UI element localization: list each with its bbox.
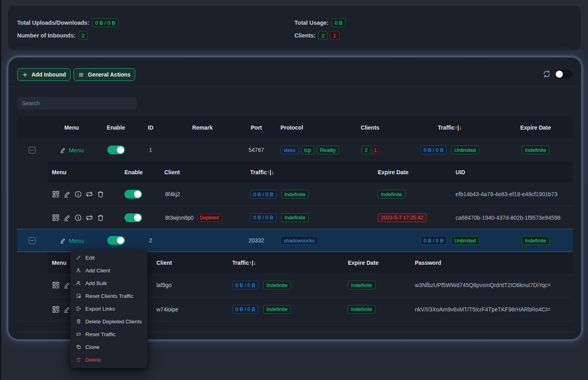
inbound-context-menu: Edit Add Client Add Bulk Reset Clients T… — [70, 249, 148, 368]
delete-icon — [76, 357, 81, 362]
expire-tag: Indefinite — [378, 190, 405, 199]
qr-code-icon[interactable] — [52, 190, 60, 198]
clients-deactive-badge: 1 — [330, 31, 339, 40]
clients-table-header: Menu Enable Client Traffic↑|↓ Expire Dat… — [47, 161, 572, 183]
collapse-row-button[interactable] — [29, 147, 36, 154]
menu-item-export-links[interactable]: Export Links — [70, 302, 148, 315]
stat-total-usage: Total Usage: 0 B — [294, 18, 572, 27]
traffic-tag: 0 B / 0 B — [232, 305, 258, 314]
header-client: Client — [160, 169, 245, 175]
client-enable-toggle[interactable] — [124, 190, 142, 199]
menu-bars-icon — [78, 72, 84, 78]
stat-label: Total Uploads/Downloads: — [17, 20, 89, 26]
card-header: Add Inbound General Actions — [8, 57, 581, 87]
menu-item-reset-traffic[interactable]: Reset Traffic — [70, 328, 148, 341]
header-menu: Menu — [47, 124, 96, 131]
export-links-icon — [76, 306, 81, 311]
client-uid: efb14b43-4a79-4e83-ef18-e48cf1901b73 — [451, 191, 572, 197]
menu-item-clone[interactable]: Clone — [70, 341, 148, 353]
edit-client-icon[interactable] — [63, 190, 71, 198]
header-traffic[interactable]: Traffic↑|↓ — [401, 124, 499, 131]
menu-item-edit[interactable]: Edit — [70, 251, 148, 264]
delete-depleted-clients-icon — [76, 319, 81, 324]
inbound-id: 2 — [136, 237, 166, 244]
inbound-1-clients-table: Menu Enable Client Traffic↑|↓ Expire Dat… — [47, 161, 572, 229]
menu-item-add-client[interactable]: Add Client — [70, 264, 148, 277]
inbound-menu-link[interactable]: Menu — [59, 147, 84, 154]
client-row-8t3wjnn8p0: 8t3wjnn8p0 Depleted 0 B / 0 B Indefinite… — [47, 206, 572, 229]
general-actions-label: General Actions — [88, 71, 130, 78]
expire-tag: Indefinite — [348, 305, 375, 314]
inbound-port: 54767 — [239, 147, 273, 153]
traffic-limit-tag: Indefinite — [263, 281, 291, 289]
add-inbound-button[interactable]: Add Inbound — [17, 68, 71, 81]
edit-client-icon[interactable] — [63, 305, 71, 313]
edit-client-icon[interactable] — [63, 281, 71, 289]
reset-traffic-icon — [76, 331, 81, 337]
depleted-tag: Depleted — [197, 214, 222, 222]
client-name: laf9go — [152, 282, 227, 288]
inbound-menu-link[interactable]: Menu — [59, 237, 84, 244]
client-password: w3NfbzUPf5WWd745Q8pvsmQrdrttT2IO6knuI7Di… — [410, 282, 572, 288]
reset-clients-traffic-icon — [76, 293, 81, 299]
qr-code-icon[interactable] — [52, 305, 60, 313]
plus-icon — [22, 72, 28, 78]
traffic-limit-tag: Indefinite — [263, 305, 291, 314]
menu-item-label: Reset Clients Traffic — [85, 293, 134, 299]
info-icon[interactable] — [74, 190, 82, 198]
add-client-icon — [76, 268, 81, 273]
toggle-knob — [117, 146, 124, 154]
edit-icon — [76, 255, 81, 260]
menu-item-label: Delete Depleted Clients — [85, 319, 142, 325]
traffic-limit-tag: Unlimited — [451, 236, 479, 245]
edit-pencil-icon — [59, 147, 66, 154]
header-protocol: Protocol — [273, 124, 339, 131]
stats-card: Total Uploads/Downloads: 0 B / 0 B Numbe… — [8, 6, 581, 50]
header-traffic[interactable]: Traffic↑|↓ — [227, 260, 343, 266]
menu-item-delete[interactable]: Delete — [70, 353, 148, 366]
header-uid: UID — [451, 169, 572, 175]
menu-item-label: Add Client — [85, 268, 110, 274]
delete-client-icon[interactable] — [97, 214, 105, 222]
delete-client-icon[interactable] — [97, 190, 105, 198]
stat-clients: Clients: 2 1 — [294, 31, 572, 40]
collapse-row-button[interactable] — [29, 237, 36, 244]
menu-item-label: Add Bulk — [85, 280, 107, 286]
clients-deactive-tag: 1 — [373, 146, 379, 154]
menu-item-delete-depleted-clients[interactable]: Delete Depleted Clients — [70, 315, 148, 328]
client-enable-toggle[interactable] — [124, 213, 142, 222]
clients-active-tag: 2 — [361, 146, 371, 154]
general-actions-button[interactable]: General Actions — [73, 68, 135, 81]
menu-item-reset-clients-traffic[interactable]: Reset Clients Traffic — [70, 289, 148, 302]
toggle-knob — [134, 191, 141, 198]
toggle-knob — [134, 214, 141, 221]
expire-tag: Indefinite — [348, 281, 375, 289]
toggle-knob — [117, 237, 124, 244]
qr-code-icon[interactable] — [52, 214, 60, 222]
info-icon[interactable] — [74, 214, 82, 222]
menu-item-add-bulk[interactable]: Add Bulk — [70, 277, 148, 289]
reset-traffic-icon[interactable] — [85, 214, 93, 222]
auto-refresh-toggle[interactable] — [555, 70, 572, 79]
qr-code-icon[interactable] — [52, 281, 60, 289]
client-name: 8f4kj2 — [160, 191, 245, 197]
header-traffic[interactable]: Traffic↑|↓ — [245, 169, 373, 175]
client-row-8f4kj2: 8f4kj2 0 B / 0 B Indefinite Indefinite e… — [47, 183, 572, 206]
search-input[interactable] — [17, 97, 137, 110]
menu-item-label: Reset Traffic — [85, 331, 116, 337]
edit-client-icon[interactable] — [63, 214, 71, 222]
inbound-menu-label: Menu — [69, 237, 84, 244]
refresh-icon — [542, 69, 551, 79]
traffic-tag: 0 B / 0 B — [250, 213, 276, 222]
stat-label: Total Usage: — [294, 20, 329, 26]
header-expire-date: Expire Date — [373, 169, 451, 175]
inbound-enable-toggle[interactable] — [107, 146, 125, 154]
reset-traffic-icon[interactable] — [85, 190, 93, 198]
expire-tag: Indefinite — [522, 146, 549, 154]
edit-pencil-icon — [59, 237, 66, 244]
total-usage-badge: 0 B — [331, 18, 346, 27]
inbound-port: 20332 — [239, 237, 273, 244]
refresh-button[interactable] — [542, 69, 551, 79]
add-inbound-label: Add Inbound — [32, 71, 66, 78]
inbound-enable-toggle[interactable] — [107, 236, 125, 245]
